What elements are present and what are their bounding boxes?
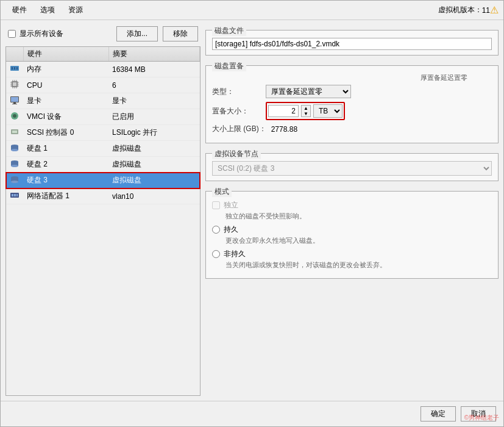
nonpersistent-row: 非持久 [212,249,492,259]
hw-row-name: VMCI 设备 [23,109,108,125]
svg-point-31 [11,165,18,167]
persistent-label: 持久 [224,224,238,235]
prov-type-row: 类型： 厚置备延迟置零 [212,85,492,98]
svg-point-28 [11,149,18,151]
nonpersistent-radio[interactable] [212,250,220,258]
warning-icon: ⚠ [490,4,499,16]
vdn-section: 虚拟设备节点 SCSI (0:2) 硬盘 3 [205,153,499,181]
hardware-table-container: 硬件 摘要 内存16384 MBCPU6显卡显卡VMCI 设备已启用SCSI 控… [5,46,201,396]
nonpersistent-desc: 当关闭电源或恢复快照时，对该磁盘的更改会被丢弃。 [225,260,492,270]
hw-row-name: 显卡 [23,93,108,109]
icon-display [6,93,23,109]
nonpersistent-label: 非持久 [224,249,246,259]
hw-row-summary: 6 [108,77,200,93]
prov-header-row: 厚置备延迟置零 [212,73,492,82]
svg-rect-21 [12,104,17,104]
show-all-devices-checkbox[interactable] [8,30,16,38]
provisioning-title: 磁盘置备 [212,61,246,71]
table-row[interactable]: 硬盘 1虚拟磁盘 [6,141,200,157]
svg-point-23 [13,114,16,118]
svg-rect-1 [12,67,13,70]
action-buttons: 添加... 移除 [116,26,198,41]
main-window: 硬件 选项 资源 虚拟机版本： 11 ⚠ 显示所有设备 添加... 移除 [0,0,504,427]
size-spinner-input[interactable] [268,105,299,117]
hw-row-summary: 16384 MB [108,62,200,77]
hw-row-summary: 虚拟磁盘 [108,157,200,173]
svg-rect-38 [16,194,18,196]
spinner-down-button[interactable]: ▼ [302,111,310,117]
independent-row: 独立 [212,200,492,210]
icon-disk [6,141,23,157]
version-label: 虚拟机版本： [438,5,482,15]
menu-bar: 硬件 选项 资源 虚拟机版本： 11 ⚠ [1,1,503,20]
hw-row-summary: vlan10 [108,188,200,204]
main-content: 显示所有设备 添加... 移除 硬件 摘要 [1,20,503,401]
icon-disk [6,173,23,188]
left-panel: 显示所有设备 添加... 移除 硬件 摘要 [5,25,201,396]
svg-rect-3 [16,67,18,70]
independent-label: 独立 [224,200,238,210]
spinner-up-button[interactable]: ▲ [302,106,310,111]
table-row[interactable]: 硬盘 2虚拟磁盘 [6,157,200,173]
add-button[interactable]: 添加... [116,26,158,41]
svg-rect-19 [11,97,18,102]
table-header-row: 硬件 摘要 [6,47,200,62]
table-row[interactable]: SCSI 控制器 0LSILogic 并行 [6,125,200,141]
hw-row-name: SCSI 控制器 0 [23,125,108,141]
confirm-button[interactable]: 确定 [421,406,456,422]
hw-row-summary: LSILogic 并行 [108,125,200,141]
table-row[interactable]: 网络适配器 1vlan10 [6,188,200,204]
svg-rect-5 [13,82,16,86]
icon-network [6,188,23,204]
remove-button[interactable]: 移除 [163,26,198,41]
independent-desc: 独立的磁盘不受快照影响。 [225,212,492,221]
svg-rect-25 [12,131,17,133]
table-row[interactable]: 硬盘 3虚拟磁盘 [6,173,200,188]
independent-checkbox[interactable] [212,201,220,209]
menu-resources[interactable]: 资源 [62,3,90,17]
hw-row-name: 硬盘 3 [23,173,108,188]
hw-row-name: 硬盘 2 [23,157,108,173]
hw-row-summary: 已启用 [108,109,200,125]
svg-rect-20 [13,102,16,104]
disk-file-section: 磁盘文件 [205,30,499,56]
table-row[interactable]: 内存16384 MB [6,62,200,77]
disk-file-title: 磁盘文件 [212,26,246,36]
hardware-table: 硬件 摘要 内存16384 MBCPU6显卡显卡VMCI 设备已启用SCSI 控… [6,47,200,204]
hw-row-name: 硬盘 1 [23,141,108,157]
hw-row-summary: 虚拟磁盘 [108,173,200,188]
col-icon [6,47,23,62]
vdn-select[interactable]: SCSI (0:2) 硬盘 3 [212,161,492,176]
svg-point-34 [11,181,18,183]
hw-row-summary: 显卡 [108,93,200,109]
disk-file-input[interactable] [212,38,492,50]
prov-max-label: 大小上限 (GB)： [212,124,266,134]
persistent-radio[interactable] [212,226,220,234]
version-value: 11 [482,6,490,15]
prov-type-select[interactable]: 厚置备延迟置零 [266,85,351,98]
prov-size-row: 置备大小： ▲ ▼ MB GB TB [212,102,492,120]
show-devices-row: 显示所有设备 添加... 移除 [5,25,201,43]
menu-options[interactable]: 选项 [34,3,62,17]
unit-select[interactable]: MB GB TB [313,104,343,118]
table-row[interactable]: 显卡显卡 [6,93,200,109]
persistent-row: 持久 [212,224,492,235]
show-all-devices-label: 显示所有设备 [20,29,63,39]
hw-row-name: 网络适配器 1 [23,188,108,204]
prov-size-label: 置备大小： [212,106,261,117]
col-hardware-header: 硬件 [23,47,108,62]
icon-disk [6,157,23,173]
right-panel: 磁盘文件 磁盘置备 厚置备延迟置零 类型： 厚置备延迟置零 [205,25,499,396]
vdn-title: 虚拟设备节点 [212,149,261,159]
persistent-desc: 更改会立即永久性地写入磁盘。 [225,236,492,245]
icon-scsi [6,125,23,141]
prov-max-row: 大小上限 (GB)： 2778.88 [212,124,492,134]
table-row[interactable]: CPU6 [6,77,200,93]
hw-row-summary: 虚拟磁盘 [108,141,200,157]
watermark: ©男神组老子 [464,414,499,422]
table-row[interactable]: VMCI 设备已启用 [6,109,200,125]
svg-rect-2 [14,67,15,70]
menu-hardware[interactable]: 硬件 [5,3,34,17]
icon-cpu [6,77,23,93]
bottom-bar: 确定 取消 [1,401,503,426]
